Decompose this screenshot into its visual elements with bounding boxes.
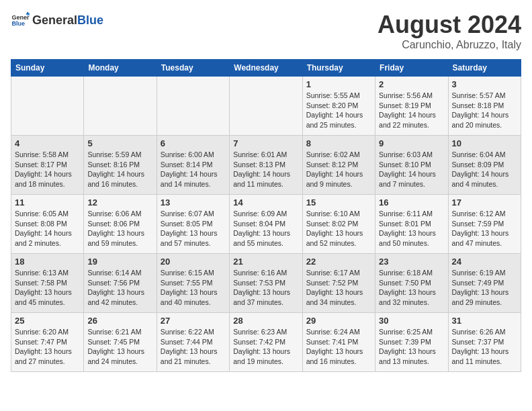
table-row bbox=[84, 77, 157, 136]
table-row: 8Sunrise: 6:02 AMSunset: 8:12 PMDaylight… bbox=[302, 136, 375, 195]
day-number: 12 bbox=[87, 197, 152, 208]
table-row: 28Sunrise: 6:23 AMSunset: 7:42 PMDayligh… bbox=[230, 313, 302, 372]
day-number: 14 bbox=[233, 197, 298, 208]
day-number: 22 bbox=[306, 257, 371, 267]
day-number: 6 bbox=[161, 138, 226, 148]
day-info: Sunrise: 5:59 AMSunset: 8:16 PMDaylight:… bbox=[87, 150, 152, 189]
day-info: Sunrise: 6:17 AMSunset: 7:52 PMDaylight:… bbox=[306, 268, 371, 308]
col-tuesday: Tuesday bbox=[157, 60, 229, 77]
table-row: 23Sunrise: 6:18 AMSunset: 7:50 PMDayligh… bbox=[375, 254, 448, 313]
day-info: Sunrise: 6:23 AMSunset: 7:42 PMDaylight:… bbox=[233, 327, 298, 367]
table-row: 9Sunrise: 6:03 AMSunset: 8:10 PMDaylight… bbox=[375, 136, 448, 195]
day-number: 30 bbox=[379, 316, 444, 326]
day-number: 8 bbox=[306, 138, 371, 148]
calendar-week-row: 4Sunrise: 5:58 AMSunset: 8:17 PMDaylight… bbox=[11, 136, 521, 195]
table-row: 3Sunrise: 5:57 AMSunset: 8:18 PMDaylight… bbox=[448, 77, 521, 136]
table-row: 27Sunrise: 6:22 AMSunset: 7:44 PMDayligh… bbox=[157, 313, 229, 372]
subtitle: Carunchio, Abruzzo, Italy bbox=[378, 39, 521, 51]
day-number: 29 bbox=[306, 316, 371, 326]
calendar-week-row: 1Sunrise: 5:55 AMSunset: 8:20 PMDaylight… bbox=[11, 77, 521, 136]
col-sunday: Sunday bbox=[11, 60, 84, 77]
day-info: Sunrise: 6:06 AMSunset: 8:06 PMDaylight:… bbox=[87, 209, 152, 248]
day-number: 28 bbox=[233, 316, 298, 326]
day-number: 10 bbox=[452, 138, 517, 148]
day-number: 17 bbox=[452, 197, 517, 208]
table-row: 6Sunrise: 6:00 AMSunset: 8:14 PMDaylight… bbox=[157, 136, 229, 195]
day-number: 21 bbox=[233, 257, 298, 267]
day-info: Sunrise: 6:21 AMSunset: 7:45 PMDaylight:… bbox=[87, 327, 152, 367]
day-number: 26 bbox=[87, 316, 152, 326]
table-row: 19Sunrise: 6:14 AMSunset: 7:56 PMDayligh… bbox=[84, 254, 157, 313]
table-row: 21Sunrise: 6:16 AMSunset: 7:53 PMDayligh… bbox=[230, 254, 302, 313]
calendar-week-row: 25Sunrise: 6:20 AMSunset: 7:47 PMDayligh… bbox=[11, 313, 521, 372]
table-row bbox=[157, 77, 229, 136]
calendar-table: Sunday Monday Tuesday Wednesday Thursday… bbox=[11, 59, 521, 372]
day-number: 2 bbox=[379, 79, 444, 89]
col-monday: Monday bbox=[84, 60, 157, 77]
table-row: 16Sunrise: 6:11 AMSunset: 8:01 PMDayligh… bbox=[375, 195, 448, 254]
table-row: 1Sunrise: 5:55 AMSunset: 8:20 PMDaylight… bbox=[302, 77, 375, 136]
day-number: 11 bbox=[15, 197, 80, 208]
day-info: Sunrise: 5:55 AMSunset: 8:20 PMDaylight:… bbox=[306, 91, 371, 130]
table-row: 24Sunrise: 6:19 AMSunset: 7:49 PMDayligh… bbox=[448, 254, 521, 313]
table-row: 18Sunrise: 6:13 AMSunset: 7:58 PMDayligh… bbox=[11, 254, 84, 313]
table-row: 7Sunrise: 6:01 AMSunset: 8:13 PMDaylight… bbox=[230, 136, 302, 195]
day-info: Sunrise: 6:07 AMSunset: 8:05 PMDaylight:… bbox=[161, 209, 226, 248]
day-info: Sunrise: 6:12 AMSunset: 7:59 PMDaylight:… bbox=[452, 209, 517, 248]
table-row bbox=[11, 77, 84, 136]
table-row: 25Sunrise: 6:20 AMSunset: 7:47 PMDayligh… bbox=[11, 313, 84, 372]
day-number: 18 bbox=[15, 257, 80, 267]
col-wednesday: Wednesday bbox=[230, 60, 302, 77]
table-row: 5Sunrise: 5:59 AMSunset: 8:16 PMDaylight… bbox=[84, 136, 157, 195]
table-row: 30Sunrise: 6:25 AMSunset: 7:39 PMDayligh… bbox=[375, 313, 448, 372]
day-info: Sunrise: 6:11 AMSunset: 8:01 PMDaylight:… bbox=[379, 209, 444, 248]
day-number: 25 bbox=[15, 316, 80, 326]
table-row: 22Sunrise: 6:17 AMSunset: 7:52 PMDayligh… bbox=[302, 254, 375, 313]
day-info: Sunrise: 6:16 AMSunset: 7:53 PMDaylight:… bbox=[233, 268, 298, 308]
day-number: 7 bbox=[233, 138, 298, 148]
table-row bbox=[230, 77, 302, 136]
day-number: 27 bbox=[161, 316, 226, 326]
logo-icon: General Blue bbox=[11, 11, 30, 30]
day-info: Sunrise: 6:14 AMSunset: 7:56 PMDaylight:… bbox=[87, 268, 152, 308]
day-info: Sunrise: 5:58 AMSunset: 8:17 PMDaylight:… bbox=[15, 150, 80, 189]
table-row: 11Sunrise: 6:05 AMSunset: 8:08 PMDayligh… bbox=[11, 195, 84, 254]
day-number: 15 bbox=[306, 197, 371, 208]
day-info: Sunrise: 6:09 AMSunset: 8:04 PMDaylight:… bbox=[233, 209, 298, 248]
day-number: 13 bbox=[161, 197, 226, 208]
logo-text-blue: Blue bbox=[77, 13, 103, 28]
day-info: Sunrise: 6:01 AMSunset: 8:13 PMDaylight:… bbox=[233, 150, 298, 189]
table-row: 2Sunrise: 5:56 AMSunset: 8:19 PMDaylight… bbox=[375, 77, 448, 136]
table-row: 12Sunrise: 6:06 AMSunset: 8:06 PMDayligh… bbox=[84, 195, 157, 254]
day-info: Sunrise: 6:05 AMSunset: 8:08 PMDaylight:… bbox=[15, 209, 80, 248]
logo-text-general: General bbox=[32, 13, 77, 28]
day-info: Sunrise: 6:02 AMSunset: 8:12 PMDaylight:… bbox=[306, 150, 371, 189]
table-row: 26Sunrise: 6:21 AMSunset: 7:45 PMDayligh… bbox=[84, 313, 157, 372]
day-number: 19 bbox=[87, 257, 152, 267]
title-area: August 2024 Carunchio, Abruzzo, Italy bbox=[378, 11, 521, 51]
day-info: Sunrise: 6:26 AMSunset: 7:37 PMDaylight:… bbox=[452, 327, 517, 367]
table-row: 4Sunrise: 5:58 AMSunset: 8:17 PMDaylight… bbox=[11, 136, 84, 195]
col-saturday: Saturday bbox=[448, 60, 521, 77]
day-info: Sunrise: 6:03 AMSunset: 8:10 PMDaylight:… bbox=[379, 150, 444, 189]
col-friday: Friday bbox=[375, 60, 448, 77]
table-row: 14Sunrise: 6:09 AMSunset: 8:04 PMDayligh… bbox=[230, 195, 302, 254]
table-row: 13Sunrise: 6:07 AMSunset: 8:05 PMDayligh… bbox=[157, 195, 229, 254]
table-row: 20Sunrise: 6:15 AMSunset: 7:55 PMDayligh… bbox=[157, 254, 229, 313]
day-number: 31 bbox=[452, 316, 517, 326]
day-info: Sunrise: 6:04 AMSunset: 8:09 PMDaylight:… bbox=[452, 150, 517, 189]
table-row: 17Sunrise: 6:12 AMSunset: 7:59 PMDayligh… bbox=[448, 195, 521, 254]
table-row: 29Sunrise: 6:24 AMSunset: 7:41 PMDayligh… bbox=[302, 313, 375, 372]
col-thursday: Thursday bbox=[302, 60, 375, 77]
day-info: Sunrise: 5:57 AMSunset: 8:18 PMDaylight:… bbox=[452, 91, 517, 130]
day-number: 4 bbox=[15, 138, 80, 148]
logo: General Blue General Blue bbox=[11, 11, 103, 30]
day-number: 3 bbox=[452, 79, 517, 89]
day-number: 5 bbox=[87, 138, 152, 148]
day-info: Sunrise: 6:25 AMSunset: 7:39 PMDaylight:… bbox=[379, 327, 444, 367]
day-info: Sunrise: 6:22 AMSunset: 7:44 PMDaylight:… bbox=[161, 327, 226, 367]
day-info: Sunrise: 6:15 AMSunset: 7:55 PMDaylight:… bbox=[161, 268, 226, 308]
main-title: August 2024 bbox=[378, 11, 521, 39]
calendar-header-row: Sunday Monday Tuesday Wednesday Thursday… bbox=[11, 60, 521, 77]
svg-text:Blue: Blue bbox=[11, 20, 25, 27]
